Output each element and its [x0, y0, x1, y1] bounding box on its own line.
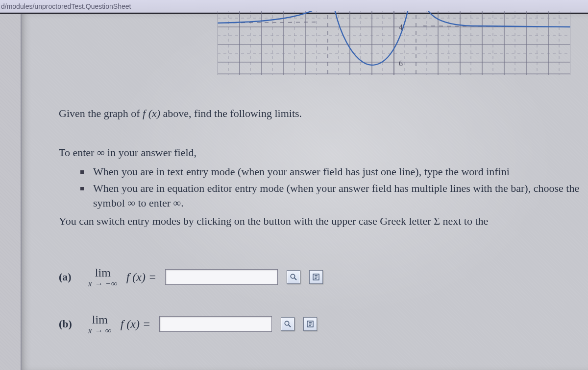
equation-editor-icon: [312, 273, 320, 281]
svg-line-42: [289, 325, 291, 327]
instruction-item-1: When you are in text entry mode (when yo…: [80, 164, 588, 179]
equation-editor-icon: [306, 320, 314, 328]
preview-icon: [284, 320, 292, 328]
svg-line-39: [294, 278, 296, 280]
prompt-lead-in: Given the graph of: [59, 107, 143, 119]
question-b-label: (b): [59, 317, 79, 331]
question-b-limit: lim x → ∞: [88, 314, 112, 335]
answer-section: (a) lim x → −∞ f (x) =: [59, 260, 588, 341]
question-a-row: (a) lim x → −∞ f (x) =: [59, 260, 588, 294]
prompt-fx: f (x): [143, 107, 160, 119]
instructions-list: When you are in text entry mode (when yo…: [80, 164, 588, 210]
instructions-heading: To enter ∞ in your answer field,: [59, 145, 588, 160]
switch-mode-line: You can switch entry modes by clicking o…: [59, 214, 588, 229]
instruction-item-2: When you are in equation editor entry mo…: [80, 181, 588, 210]
y-tick-label-6: 6: [399, 59, 403, 68]
question-content: 4 6 Given the graph of f (x) above, find…: [21, 14, 588, 370]
question-b-lim-under: x → ∞: [88, 326, 112, 335]
question-a-lim: lim: [95, 267, 111, 278]
question-b-lim: lim: [92, 314, 108, 325]
question-text: Given the graph of f (x) above, find the…: [59, 106, 588, 354]
question-a-limit: lim x → −∞: [88, 267, 118, 288]
curve-branch-right: [419, 11, 570, 27]
switch-pre: You can switch entry modes by clicking o…: [59, 215, 434, 227]
svg-point-38: [291, 274, 294, 278]
question-b-row: (b) lim x → ∞ f (x) =: [59, 307, 588, 341]
prompt-line: Given the graph of f (x) above, find the…: [59, 106, 588, 121]
page-stage: 4 6 Given the graph of f (x) above, find…: [0, 13, 588, 370]
switch-post: next to the: [442, 215, 488, 227]
preview-icon: [290, 273, 297, 281]
svg-point-41: [285, 321, 289, 325]
answer-b-input[interactable]: [159, 316, 272, 332]
graph-svg: 4 6: [218, 11, 570, 75]
question-a-lim-under: x → −∞: [88, 279, 118, 288]
url-fragment: d/modules/unproctoredTest.QuestionSheet: [1, 2, 131, 10]
function-graph: 4 6: [218, 11, 570, 75]
y-tick-label-4: 4: [399, 23, 403, 31]
question-b-expression: f (x) =: [121, 316, 151, 332]
answer-a-equation-editor-button[interactable]: [309, 270, 323, 284]
question-a-label: (a): [59, 270, 79, 284]
answer-a-input[interactable]: [165, 269, 278, 285]
question-a-expression: f (x) =: [126, 269, 157, 285]
sigma-symbol: Σ: [434, 215, 440, 227]
answer-b-equation-editor-button[interactable]: [303, 317, 317, 331]
prompt-lead-out: above, find the following limits.: [163, 107, 302, 119]
answer-a-preview-button[interactable]: [287, 270, 300, 284]
answer-b-preview-button[interactable]: [281, 317, 294, 331]
